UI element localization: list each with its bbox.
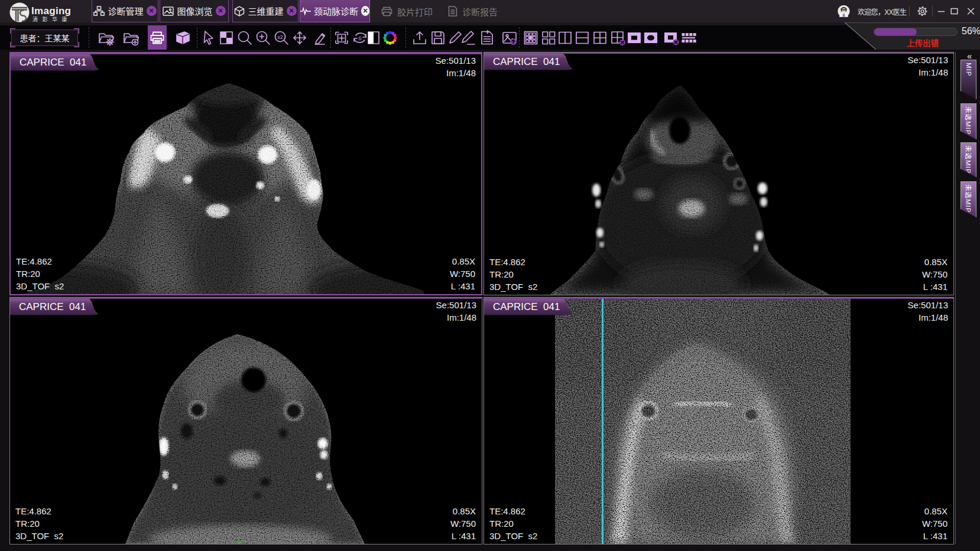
svg-text:x2: x2 <box>277 34 283 40</box>
svg-text:S: S <box>358 35 362 41</box>
